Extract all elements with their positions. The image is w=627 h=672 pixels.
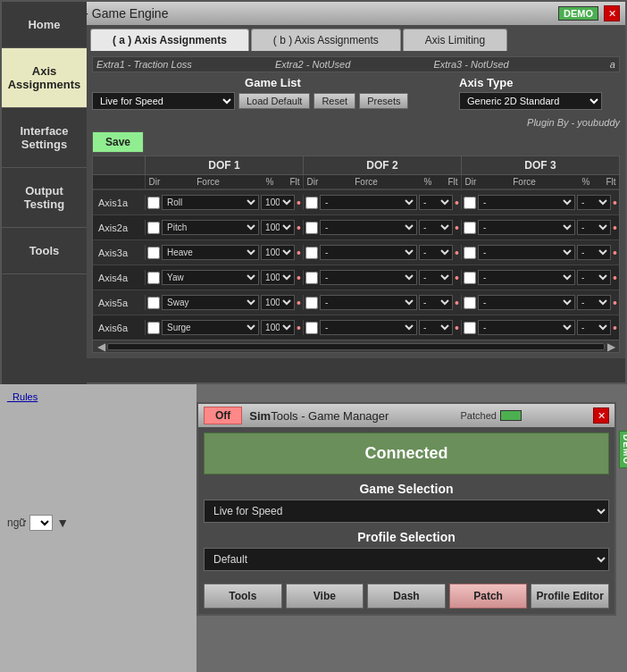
filter-dot[interactable]: • <box>297 271 301 285</box>
tab-a-axis-assignments[interactable]: ( a ) Axis Assignments <box>90 29 249 51</box>
axis-force-select[interactable]: - <box>320 195 417 210</box>
filter-dot[interactable]: • <box>297 221 301 235</box>
axis-force-select[interactable]: Sway <box>162 295 259 310</box>
axis-dir-checkbox[interactable] <box>147 197 160 209</box>
save-button[interactable]: Save <box>92 131 144 153</box>
sidebar-item-axis-assignments[interactable]: Axis Assignments <box>2 48 87 108</box>
axis-dir-checkbox[interactable] <box>464 297 476 309</box>
sidebar-item-interface-settings[interactable]: Interface Settings <box>2 108 87 168</box>
axis-force-select[interactable]: Pitch <box>162 220 259 235</box>
axis-force-select[interactable]: Surge <box>162 320 259 335</box>
axis-pct-select[interactable]: 100 <box>261 295 295 310</box>
axis-dir-checkbox[interactable] <box>464 222 476 234</box>
axis-force-select[interactable]: - <box>320 245 417 260</box>
sidebar-item-output-testing[interactable]: Output Testing <box>2 168 87 228</box>
axis-pct-select[interactable]: 100 <box>261 195 295 210</box>
filter-dot[interactable]: • <box>455 196 459 210</box>
axis-force-select[interactable]: - <box>478 270 575 285</box>
axis-pct-select[interactable]: 100 <box>261 270 295 285</box>
axis-dir-checkbox[interactable] <box>464 272 476 284</box>
axis-dir-checkbox[interactable] <box>147 297 160 309</box>
filter-dot[interactable]: • <box>455 221 459 235</box>
dash-button[interactable]: Dash <box>367 584 446 609</box>
reset-button[interactable]: Reset <box>314 93 355 109</box>
popup-profile-select[interactable]: Default <box>204 548 609 571</box>
axis-dir-checkbox[interactable] <box>305 322 318 334</box>
axis-force-select[interactable]: - <box>478 245 575 260</box>
filter-dot[interactable]: • <box>455 271 459 285</box>
axis-dir-checkbox[interactable] <box>305 247 318 259</box>
presets-button[interactable]: Presets <box>359 93 408 109</box>
filter-dot[interactable]: • <box>613 221 617 235</box>
axis-dir-checkbox[interactable] <box>147 247 160 259</box>
axis-pct-select[interactable]: - <box>419 320 453 335</box>
scroll-right-arrow[interactable]: ▶ <box>605 340 617 353</box>
axis-pct-select[interactable]: - <box>577 195 611 210</box>
filter-dot[interactable]: • <box>297 196 301 210</box>
axis-dir-checkbox[interactable] <box>305 197 318 209</box>
filter-dot[interactable]: • <box>613 296 617 310</box>
tools-button[interactable]: Tools <box>204 584 282 609</box>
filter-dot[interactable]: • <box>613 196 617 210</box>
sidebar-item-home[interactable]: Home <box>2 2 87 48</box>
axis-force-select[interactable]: - <box>478 295 575 310</box>
tab-axis-limiting[interactable]: Axis Limiting <box>403 29 507 51</box>
scroll-bar[interactable]: ◀ ▶ <box>93 340 619 352</box>
axis-force-select[interactable]: - <box>320 295 417 310</box>
scroll-left-arrow[interactable]: ◀ <box>95 340 107 353</box>
load-default-button[interactable]: Load Default <box>238 93 310 109</box>
axis-force-select[interactable]: - <box>320 320 417 335</box>
lang-select[interactable] <box>29 515 53 531</box>
off-button[interactable]: Off <box>204 407 242 424</box>
axis-pct-select[interactable]: - <box>419 270 453 285</box>
patch-button[interactable]: Patch <box>449 584 528 609</box>
axis-dir-checkbox[interactable] <box>305 297 318 309</box>
filter-dot[interactable]: • <box>297 296 301 310</box>
axis-force-select[interactable]: - <box>478 195 575 210</box>
axis-dir-checkbox[interactable] <box>464 197 476 209</box>
profile-editor-button[interactable]: Profile Editor <box>531 584 609 609</box>
filter-dot[interactable]: • <box>613 271 617 285</box>
axis-force-select[interactable]: - <box>320 220 417 235</box>
axis-pct-select[interactable]: - <box>419 195 453 210</box>
close-button[interactable]: ✕ <box>604 5 620 21</box>
axis-force-select[interactable]: - <box>478 220 575 235</box>
axis-pct-select[interactable]: - <box>577 320 611 335</box>
filter-dot[interactable]: • <box>455 246 459 260</box>
axis-dir-checkbox[interactable] <box>147 272 160 284</box>
game-select[interactable]: Live for Speed <box>92 92 235 110</box>
axis-dir-checkbox[interactable] <box>305 272 318 284</box>
axis-pct-select[interactable]: - <box>419 245 453 260</box>
filter-dot[interactable]: • <box>613 321 617 335</box>
rules-link[interactable]: _Rules <box>0 384 196 409</box>
axis-force-select[interactable]: Heave <box>162 245 259 260</box>
filter-dot[interactable]: • <box>455 296 459 310</box>
popup-game-select[interactable]: Live for Speed <box>204 500 609 523</box>
vibe-button[interactable]: Vibe <box>286 584 364 609</box>
axis-pct-select[interactable]: - <box>577 245 611 260</box>
axis-dir-checkbox[interactable] <box>464 247 476 259</box>
sidebar-item-tools[interactable]: Tools <box>2 228 87 274</box>
axis-pct-select[interactable]: - <box>419 220 453 235</box>
popup-close-button[interactable]: ✕ <box>593 407 609 424</box>
filter-dot[interactable]: • <box>297 321 301 335</box>
axis-pct-select[interactable]: - <box>577 220 611 235</box>
axis-pct-select[interactable]: - <box>577 270 611 285</box>
axis-dir-checkbox[interactable] <box>464 322 476 334</box>
filter-dot[interactable]: • <box>455 321 459 335</box>
axis-force-select[interactable]: - <box>478 320 575 335</box>
axis-dir-checkbox[interactable] <box>147 322 160 334</box>
axis-force-select[interactable]: Roll <box>162 195 259 210</box>
axis-force-select[interactable]: Yaw <box>162 270 259 285</box>
axis-pct-select[interactable]: 100 <box>261 245 295 260</box>
filter-dot[interactable]: • <box>613 246 617 260</box>
axis-pct-select[interactable]: - <box>419 295 453 310</box>
scroll-track[interactable] <box>107 343 605 350</box>
axis-pct-select[interactable]: 100 <box>261 220 295 235</box>
axis-force-select[interactable]: - <box>320 270 417 285</box>
axis-type-select[interactable]: Generic 2D Standard <box>459 92 602 110</box>
filter-dot[interactable]: • <box>297 246 301 260</box>
axis-dir-checkbox[interactable] <box>305 222 318 234</box>
axis-pct-select[interactable]: - <box>577 295 611 310</box>
lang-dropdown-arrow[interactable]: ▼ <box>56 516 69 530</box>
